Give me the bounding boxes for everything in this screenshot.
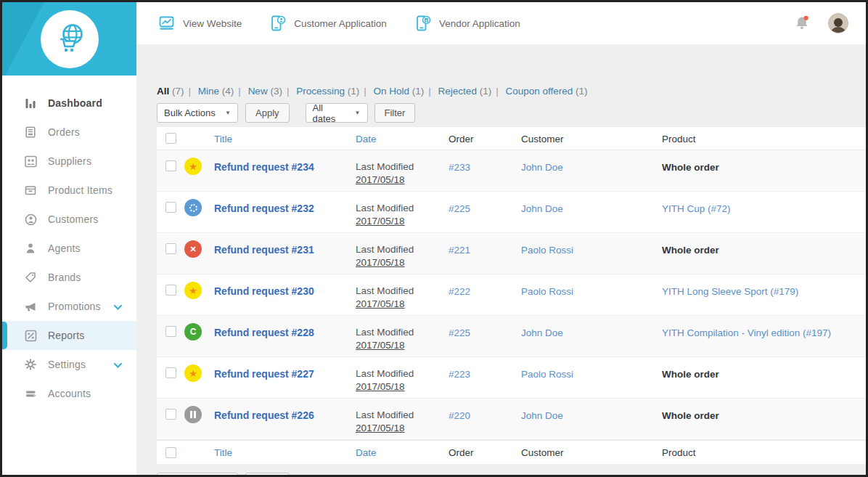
bulk-actions-select[interactable]: Bulk Actions▼	[157, 103, 238, 123]
sidebar-item-agents[interactable]: Agents	[2, 234, 136, 263]
filter-all[interactable]: All (7)	[157, 86, 184, 97]
customer-link[interactable]: John Doe	[521, 203, 563, 214]
filter-coupon-offered[interactable]: Coupon offered (1)	[505, 86, 587, 97]
date-link[interactable]: 2017/05/18	[356, 340, 405, 351]
column-title[interactable]: Title	[214, 134, 232, 144]
filter-on-hold[interactable]: On Hold (1)	[374, 86, 425, 97]
filter-rejected-link[interactable]: Rejected	[438, 86, 477, 97]
topbar: View Website Customer Application Vendor…	[136, 2, 866, 44]
refund-request-link[interactable]: Refund request #228	[214, 327, 314, 338]
filter-mine-link[interactable]: Mine	[198, 86, 219, 97]
filter-separator: |	[491, 86, 503, 97]
date-link[interactable]: 2017/05/18	[356, 381, 405, 392]
sidebar-item-accounts[interactable]: Accounts	[2, 379, 136, 408]
notifications-bell-icon[interactable]	[793, 15, 811, 32]
product-link[interactable]: YITH Cup (#72)	[662, 203, 731, 214]
sidebar-item-brands[interactable]: Brands	[2, 263, 136, 292]
refund-request-link[interactable]: Refund request #226	[214, 409, 314, 421]
row-checkbox[interactable]	[165, 285, 176, 295]
date-label: Last Modified	[356, 285, 414, 296]
customer-link[interactable]: Paolo Rossi	[521, 369, 573, 380]
filter-mine[interactable]: Mine (4)	[198, 86, 234, 97]
sidebar-item-product-items[interactable]: Product Items	[2, 176, 136, 205]
coupon-offered-icon: C	[184, 323, 202, 341]
refund-requests-table: Title Date Order Customer Product ★ Refu…	[157, 127, 866, 464]
date-link[interactable]: 2017/05/18	[356, 174, 405, 185]
refund-request-link[interactable]: Refund request #230	[214, 285, 314, 297]
select-all-checkbox[interactable]	[165, 447, 176, 458]
refund-request-link[interactable]: Refund request #227	[214, 368, 314, 380]
customer-application-link[interactable]: Customer Application	[269, 15, 387, 32]
date-link[interactable]: 2017/05/18	[356, 216, 405, 227]
product-link[interactable]: YITH Long Sleeve Sport (#179)	[662, 286, 798, 297]
filter-button[interactable]: Filter	[374, 103, 416, 123]
order-link[interactable]: #223	[449, 369, 470, 380]
customer-link[interactable]: John Doe	[521, 410, 563, 421]
date-link[interactable]: 2017/05/18	[356, 423, 405, 433]
order-link[interactable]: #225	[449, 327, 470, 338]
apply-button[interactable]: Apply	[245, 103, 290, 123]
customer-application-label: Customer Application	[294, 18, 387, 29]
all-dates-select[interactable]: All dates▼	[306, 103, 368, 123]
product-value: Whole order	[662, 410, 719, 421]
refund-request-link[interactable]: Refund request #234	[214, 161, 314, 173]
sidebar-item-suppliers[interactable]: Suppliers	[2, 147, 136, 176]
sidebar-item-promotions[interactable]: Promotions	[2, 292, 136, 321]
date-link[interactable]: 2017/05/18	[356, 257, 405, 268]
column-date[interactable]: Date	[356, 134, 377, 144]
sidebar-item-orders[interactable]: Orders	[2, 118, 136, 147]
refund-request-link[interactable]: Refund request #231	[214, 244, 314, 256]
row-checkbox[interactable]	[165, 326, 176, 337]
filter-on-hold-link[interactable]: On Hold	[374, 86, 410, 97]
order-link[interactable]: #222	[449, 286, 470, 297]
filter-processing[interactable]: Processing (1)	[296, 86, 359, 97]
dropdown-arrow-icon: ▼	[355, 110, 361, 116]
vendor-application-link[interactable]: Vendor Application	[414, 15, 520, 32]
customer-link[interactable]: John Doe	[521, 327, 563, 338]
bulk-actions-select-bottom[interactable]: Bulk Actions▼	[157, 473, 238, 475]
sidebar-item-dashboard[interactable]: Dashboard	[2, 89, 136, 118]
product-link[interactable]: YITH Compilation - Vinyl edition (#197)	[662, 327, 831, 338]
chevron-down-icon	[114, 358, 122, 371]
column-product: Product	[662, 134, 696, 144]
date-link[interactable]: 2017/05/18	[356, 298, 405, 309]
date-label: Last Modified	[356, 203, 414, 213]
filter-rejected[interactable]: Rejected (1)	[438, 86, 492, 97]
filter-all-link[interactable]: All	[157, 86, 169, 97]
filter-new-link[interactable]: New	[248, 86, 268, 97]
row-checkbox[interactable]	[165, 367, 176, 378]
row-checkbox[interactable]	[165, 409, 176, 420]
product-value: Whole order	[662, 369, 719, 380]
logo[interactable]	[41, 10, 99, 68]
filter-new[interactable]: New (3)	[248, 86, 282, 97]
user-avatar[interactable]	[828, 13, 848, 33]
order-link[interactable]: #220	[449, 410, 470, 421]
row-checkbox[interactable]	[165, 243, 176, 254]
filter-count: (3)	[270, 86, 282, 97]
dashboard-icon	[24, 97, 37, 110]
refund-request-link[interactable]: Refund request #232	[214, 203, 314, 214]
promotions-icon	[24, 300, 37, 313]
customer-link[interactable]: Paolo Rossi	[521, 245, 573, 256]
apply-button-bottom[interactable]: Apply	[245, 473, 290, 475]
column-title[interactable]: Title	[214, 447, 232, 458]
column-customer: Customer	[521, 447, 564, 458]
filter-coupon-offered-link[interactable]: Coupon offered	[505, 86, 573, 97]
order-link[interactable]: #221	[449, 245, 470, 256]
row-checkbox[interactable]	[165, 160, 176, 171]
customer-link[interactable]: John Doe	[521, 162, 563, 173]
sidebar-item-reports[interactable]: Reports	[2, 321, 136, 350]
order-link[interactable]: #233	[449, 162, 470, 173]
column-date[interactable]: Date	[356, 447, 377, 458]
sidebar-item-customers[interactable]: Customers	[2, 205, 136, 234]
sidebar-item-settings[interactable]: Settings	[2, 350, 136, 379]
select-all-checkbox[interactable]	[165, 133, 176, 144]
customer-link[interactable]: Paolo Rossi	[521, 286, 573, 297]
filter-processing-link[interactable]: Processing	[296, 86, 345, 97]
new-star-icon: ★	[184, 282, 202, 299]
sidebar-logo-area	[2, 2, 136, 76]
row-checkbox[interactable]	[165, 202, 176, 213]
view-website-link[interactable]: View Website	[158, 15, 242, 32]
order-link[interactable]: #225	[449, 203, 470, 214]
column-order: Order	[449, 447, 474, 458]
